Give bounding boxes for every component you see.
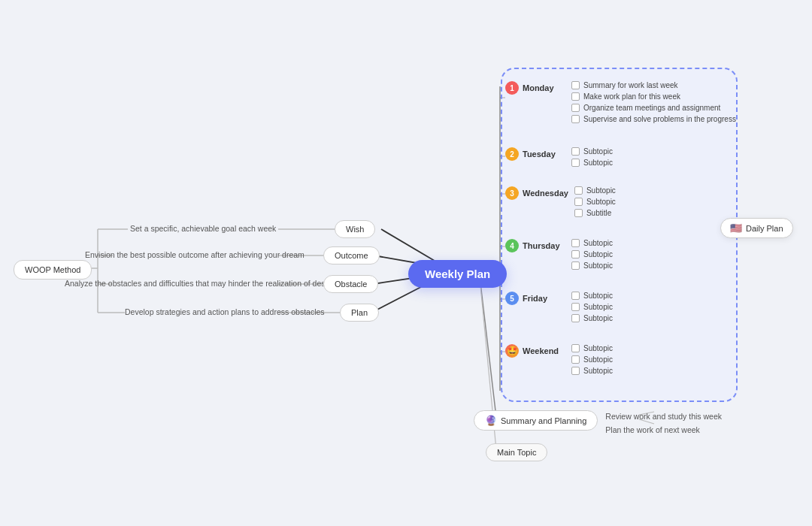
checkbox: [571, 81, 580, 89]
checkbox: [571, 355, 580, 364]
task-item: Subtopic: [571, 292, 613, 300]
summary-task-2: Plan the work of next week: [605, 425, 722, 434]
friday-section: 5 Friday Subtopic Subtopic Subtopic: [505, 292, 613, 322]
summary-node: 🔮 Summary and Planning: [474, 410, 598, 431]
monday-number: 1: [505, 81, 519, 95]
woop-label: WOOP Method: [25, 265, 80, 274]
weekend-section: 🤩 Weekend Subtopic Subtopic Subtopic: [505, 344, 613, 375]
task-item: Subtopic: [571, 355, 613, 364]
wish-leaf: Set a specific, achievable goal each wee…: [130, 224, 276, 233]
daily-plan-node: 🇺🇸 Daily Plan: [720, 218, 793, 238]
friday-badge: 5 Friday: [505, 292, 565, 305]
monday-tasks: Summary for work last week Make work pla…: [571, 81, 736, 123]
checkbox: [571, 314, 580, 322]
checkbox: [571, 147, 580, 156]
tuesday-number: 2: [505, 147, 519, 161]
checkbox: [571, 344, 580, 352]
weekend-tasks: Subtopic Subtopic Subtopic: [571, 344, 613, 375]
checkbox: [571, 239, 580, 247]
svg-line-10: [381, 229, 438, 263]
wednesday-badge: 3 Wednesday: [505, 186, 568, 200]
checkbox: [571, 261, 580, 270]
wednesday-number: 3: [505, 186, 519, 200]
task-item: Subtopic: [571, 303, 613, 311]
checkbox: [574, 209, 583, 217]
svg-line-22: [480, 277, 496, 417]
checkbox: [571, 250, 580, 258]
weekend-number: 🤩: [505, 344, 519, 358]
checkbox: [574, 198, 583, 206]
task-item: Subtopic: [571, 147, 613, 156]
thursday-tasks: Subtopic Subtopic Subtopic: [571, 239, 613, 270]
task-item: Subtopic: [571, 239, 613, 247]
wednesday-section: 3 Wednesday Subtopic Subtopic Subtitle: [505, 186, 616, 217]
tuesday-section: 2 Tuesday Subtopic Subtopic: [505, 147, 613, 167]
monday-section: 1 Monday Summary for work last week Make…: [505, 81, 736, 123]
task-item: Supervise and solve problems in the prog…: [571, 115, 736, 123]
tuesday-badge: 2 Tuesday: [505, 147, 565, 161]
main-topic-node: Main Topic: [486, 443, 547, 461]
thursday-section: 4 Thursday Subtopic Subtopic Subtopic: [505, 239, 613, 270]
checkbox: [571, 292, 580, 300]
outcome-node: Outcome: [323, 246, 380, 265]
checkbox: [571, 104, 580, 112]
task-item: Subtopic: [574, 198, 616, 206]
task-item: Subtopic: [571, 314, 613, 322]
outcome-leaf: Envision the best possible outcome after…: [85, 250, 304, 259]
task-item: Subtopic: [571, 344, 613, 352]
summary-tasks: Review work and study this week Plan the…: [605, 412, 722, 434]
task-item: Subtopic: [574, 186, 616, 195]
task-item: Organize team meetings and assignment: [571, 104, 736, 112]
wednesday-tasks: Subtopic Subtopic Subtitle: [574, 186, 616, 217]
task-item: Subtopic: [571, 159, 613, 167]
task-item: Make work plan for this week: [571, 92, 736, 101]
weekend-badge: 🤩 Weekend: [505, 344, 565, 358]
task-item: Subtitle: [574, 209, 616, 217]
daily-plan-icon: 🇺🇸: [730, 222, 742, 234]
plan-node: Plan: [340, 304, 379, 322]
task-item: Summary for work last week: [571, 81, 736, 89]
center-node: Weekly Plan: [408, 260, 507, 288]
center-label: Weekly Plan: [425, 268, 490, 280]
thursday-number: 4: [505, 239, 519, 252]
checkbox: [571, 92, 580, 101]
obstacle-leaf: Analyze the obstacles and difficulties t…: [65, 279, 338, 288]
plan-leaf: Develop strategies and action plans to a…: [125, 307, 325, 316]
summary-section: 🔮 Summary and Planning Review work and s…: [474, 410, 722, 434]
checkbox: [571, 159, 580, 167]
wish-node: Wish: [335, 220, 375, 238]
friday-number: 5: [505, 292, 519, 305]
summary-task-1: Review work and study this week: [605, 412, 722, 421]
checkbox: [571, 367, 580, 375]
friday-tasks: Subtopic Subtopic Subtopic: [571, 292, 613, 322]
thursday-badge: 4 Thursday: [505, 239, 565, 252]
monday-badge: 1 Monday: [505, 81, 565, 95]
task-item: Subtopic: [571, 261, 613, 270]
woop-node: WOOP Method: [14, 260, 92, 280]
tuesday-tasks: Subtopic Subtopic: [571, 147, 613, 167]
task-item: Subtopic: [571, 250, 613, 258]
checkbox: [571, 115, 580, 123]
obstacle-node: Obstacle: [323, 275, 378, 293]
checkbox: [574, 186, 583, 195]
summary-icon: 🔮: [485, 415, 497, 426]
task-item: Subtopic: [571, 367, 613, 375]
checkbox: [571, 303, 580, 311]
